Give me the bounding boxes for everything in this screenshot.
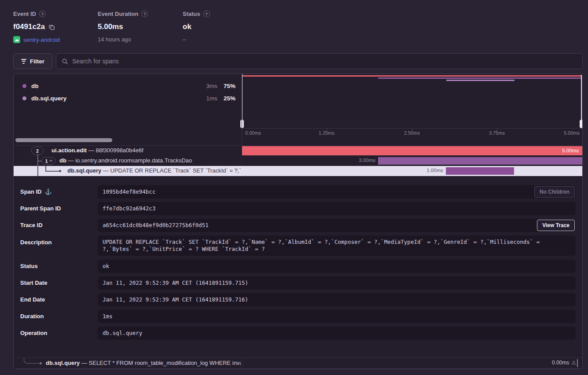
minimap-right-grip[interactable] — [580, 120, 583, 128]
start-date-value: Jan 11, 2022 9:52:39 AM CET (1641891159.… — [98, 276, 576, 290]
horizontal-scrollbar-thumb[interactable] — [15, 138, 112, 142]
span-op: db.sql.query — [46, 360, 80, 366]
spans-panel: db 3ms 75% db.sql.query 1ms 25% 0.00ms 1… — [13, 74, 583, 369]
status-value: ok — [183, 22, 191, 31]
help-icon[interactable]: ? — [203, 11, 210, 17]
legend-op: db — [31, 83, 39, 89]
event-duration-section: Event Duration ? 5.00ms 14 hours ago — [98, 11, 148, 43]
minimap-span-db-sql-query — [446, 80, 514, 81]
duration-label: Duration — [20, 313, 44, 320]
span-bar-cell: 1.00ms — [242, 166, 582, 176]
end-date-value: Jan 11, 2022 9:52:39 AM CET (1641891159.… — [98, 293, 576, 306]
trace-id-label: Trace ID — [20, 222, 43, 228]
trace-minimap[interactable]: 0.00ms 1.25ms 2.50ms 3.75ms 5.00ms — [242, 74, 582, 137]
axis-tick-label: 0.00ms — [245, 130, 261, 136]
span-bar-duration: 0.00ms — [552, 360, 569, 366]
event-id-value: f0491c2a — [13, 22, 45, 31]
status-detail-label: Status — [20, 263, 38, 269]
warning-icon: ⚠ — [571, 360, 576, 366]
minimap-left-grip[interactable] — [240, 120, 244, 128]
end-date-label: End Date — [20, 296, 45, 303]
minimap-span-ui-action-edit — [243, 75, 581, 77]
span-row-db-sql-query-selected[interactable]: db.sql.query — UPDATE OR REPLACE `Track`… — [14, 166, 582, 176]
filter-button[interactable]: Filter — [13, 53, 52, 69]
panel-divider — [242, 137, 242, 145]
span-id-label: Span ID — [20, 188, 41, 195]
axis-tick-label: 3.75ms — [489, 130, 505, 136]
span-bar-cell: 5.00ms — [242, 146, 582, 156]
filter-button-label: Filter — [30, 58, 44, 65]
description-value: UPDATE OR REPLACE `Track` SET `TrackId` … — [98, 235, 576, 256]
description-label: Description — [20, 239, 52, 246]
tree-elbow-connector — [24, 358, 40, 364]
legend-duration: 3ms — [194, 83, 217, 89]
search-input[interactable] — [72, 58, 577, 65]
span-desc: UPDATE OR REPLACE `Track` SET `TrackId` … — [110, 167, 241, 174]
minimap-axis: 0.00ms 1.25ms 2.50ms 3.75ms 5.00ms — [242, 128, 582, 137]
help-icon[interactable]: ? — [39, 11, 46, 17]
copy-icon[interactable] — [48, 24, 55, 30]
span-desc: SELECT * FROM room_table_modification_lo… — [89, 360, 241, 366]
axis-tick-label: 1.25ms — [319, 130, 334, 136]
legend-item-db-sql-query[interactable]: db.sql.query 1ms 25% — [14, 93, 242, 104]
span-bar-duration: 5.00ms — [562, 148, 579, 153]
span-row-db-sql-query-select[interactable]: db.sql.query — SELECT * FROM room_table_… — [14, 357, 582, 369]
axis-tick-label: 2.50ms — [404, 130, 420, 136]
span-op: ui.action.edit — [51, 147, 87, 154]
start-date-label: Start Date — [20, 279, 47, 286]
span-bar-db-sql-query[interactable] — [446, 167, 514, 175]
trace-id-value: a654cc61dc0b48ef9d0b27275b6f0d51 — [98, 219, 576, 232]
span-id-value: 1095bd4ef8e94bcc — [98, 185, 576, 199]
legend-dot-db-sql-query — [22, 96, 26, 100]
event-id-label: Event ID — [13, 11, 36, 17]
status-label: Status — [183, 11, 200, 17]
event-duration-ago: 14 hours ago — [98, 36, 148, 43]
status-section: Status ? ok – — [183, 11, 210, 43]
no-children-button[interactable]: No Children — [534, 186, 575, 198]
chevron-up-icon — [49, 160, 52, 163]
collapse-badge[interactable]: 1 — [41, 157, 55, 165]
span-bar-cell: 3.00ms — [242, 156, 582, 166]
span-bar-duration: 3.00ms — [327, 158, 375, 163]
operation-label: Operation — [20, 330, 47, 336]
anchor-icon[interactable]: ⚓ — [44, 188, 51, 195]
span-row-ui-action-edit[interactable]: 2 ui.action.edit — 88f300998a0b4e6f 5.00… — [14, 146, 582, 156]
help-icon[interactable]: ? — [141, 11, 148, 17]
legend-duration: 1ms — [194, 95, 217, 102]
span-desc: io.sentry.android.roomsample.data.Tracks… — [75, 157, 192, 164]
event-duration-label: Event Duration — [98, 11, 138, 17]
span-leaf-dot — [59, 170, 61, 172]
parent-span-id-label: Parent Span ID — [20, 205, 61, 212]
zero-duration-span-tick — [577, 359, 578, 367]
parent-span-id-value: ffe7dbc92a6942c3 — [98, 202, 576, 215]
legend-percent: 25% — [220, 95, 235, 102]
operation-value: db.sql.query — [98, 327, 576, 340]
status-detail-value: ok — [98, 260, 576, 273]
span-bar-db[interactable] — [378, 157, 582, 165]
duration-value: 1ms — [98, 310, 576, 323]
panel-divider — [242, 74, 242, 137]
view-trace-button[interactable]: View Trace — [537, 220, 575, 231]
event-id-label-row: Event ID ? — [13, 11, 60, 17]
span-bar-ui-action-edit[interactable]: 5.00ms — [242, 146, 582, 155]
span-leaf-dot — [40, 362, 42, 364]
status-sub: – — [183, 36, 210, 43]
panel-divider — [242, 358, 242, 368]
legend-op: db.sql.query — [31, 95, 66, 102]
span-bar-duration: 1.00ms — [395, 168, 443, 173]
span-op: db.sql.query — [67, 167, 101, 174]
event-id-section: Event ID ? f0491c2a sentry-android — [13, 11, 60, 43]
span-op: db — [59, 157, 66, 164]
android-project-icon — [13, 36, 20, 43]
filter-icon — [21, 59, 26, 64]
span-row-db[interactable]: 1 db — io.sentry.android.roomsample.data… — [14, 156, 582, 166]
span-desc: 88f300998a0b4e6f — [96, 147, 143, 154]
minimap-span-db — [378, 77, 581, 79]
legend-dot-db — [22, 84, 26, 88]
legend-percent: 75% — [220, 83, 235, 89]
search-icon — [62, 58, 68, 65]
project-link[interactable]: sentry-android — [23, 37, 60, 43]
span-search — [56, 53, 583, 69]
legend-item-db[interactable]: db 3ms 75% — [14, 81, 242, 92]
event-duration-value: 5.00ms — [98, 22, 123, 31]
